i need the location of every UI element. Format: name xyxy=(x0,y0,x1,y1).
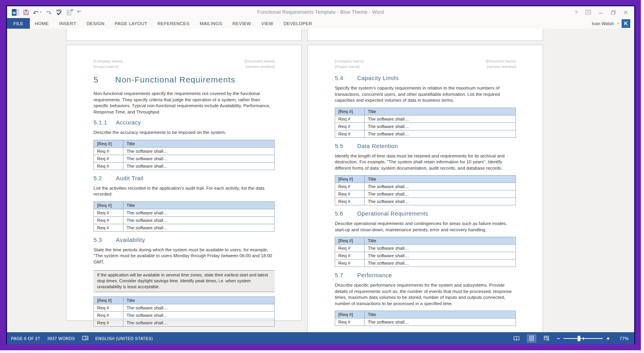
restore-icon[interactable] xyxy=(611,10,616,15)
requirements-table: [Req #]TitleReq #The software shall…Req … xyxy=(94,140,275,170)
header-company: [Company Name] xyxy=(335,59,364,64)
section-heading: 5.3Availability xyxy=(94,236,275,243)
table-row: Req #The software shall… xyxy=(335,190,516,198)
zoom-controls: − + xyxy=(557,336,610,341)
customize-qat-icon[interactable] xyxy=(77,8,81,16)
table-row: Req #The software shall… xyxy=(94,312,275,319)
redo-icon[interactable] xyxy=(46,8,51,16)
table-header-row: [Req #]Title xyxy=(94,140,275,147)
section-body: Identify the length of time data must be… xyxy=(335,153,516,172)
read-mode-button[interactable] xyxy=(512,334,521,343)
table-row: Req #The software shall… xyxy=(335,318,516,326)
guidance-note: If the application will be available in … xyxy=(94,270,275,292)
zoom-in-button[interactable]: + xyxy=(606,336,610,341)
zoom-level[interactable]: 77% xyxy=(615,336,629,341)
minimize-icon[interactable] xyxy=(599,10,603,14)
table-cell-title: The software shall… xyxy=(365,183,516,190)
zoom-slider[interactable] xyxy=(563,336,603,341)
table-row: Req #The software shall… xyxy=(94,216,275,224)
quick-access-toolbar: W ▾ ABC xyxy=(7,8,81,16)
window-controls: ? xyxy=(575,9,634,15)
table-header-cell-req: [Req #] xyxy=(94,201,123,209)
tab-review[interactable]: REVIEW xyxy=(228,18,256,29)
undo-dropdown-caret[interactable]: ▾ xyxy=(40,11,42,14)
table-cell-title: The software shall… xyxy=(365,190,516,198)
page-header: [Company Name] [Project Name] [Document … xyxy=(94,59,275,70)
tab-insert[interactable]: INSERT xyxy=(54,18,81,29)
document-page-right[interactable]: [Company Name] [Project Name] [Document … xyxy=(307,45,543,332)
document-canvas[interactable]: [Company Name] [Project Name] [Document … xyxy=(7,29,634,332)
ribbon-tabs: FILEHOMEINSERTDESIGNPAGE LAYOUTREFERENCE… xyxy=(7,18,317,29)
table-header-cell-title: Title xyxy=(123,140,275,147)
table-cell-title: The software shall… xyxy=(365,198,516,205)
word-logo-icon[interactable]: W xyxy=(12,8,19,16)
table-row: Req #The software shall… xyxy=(335,123,516,130)
section-number: 5.4 xyxy=(335,75,357,82)
close-icon[interactable] xyxy=(624,10,628,15)
tab-file[interactable]: FILE xyxy=(7,18,30,29)
header-version: [Version Number] xyxy=(486,64,516,70)
chapter-heading: 5 Non-Functional Requirements xyxy=(94,75,275,84)
table-cell-req: Req # xyxy=(335,190,365,198)
account-area[interactable]: Ivan Walsh ▾ K xyxy=(592,18,634,29)
table-cell-title: The software shall… xyxy=(123,147,275,155)
page-indicator[interactable]: PAGE 6 OF 27 xyxy=(11,336,40,341)
zoom-out-button[interactable]: − xyxy=(557,336,560,341)
section-number: 5.1.1 xyxy=(94,119,116,126)
web-layout-button[interactable] xyxy=(542,334,551,343)
chapter-number: 5 xyxy=(94,75,115,84)
header-project: [Project Name] xyxy=(94,64,123,70)
word-count[interactable]: 3937 WORDS xyxy=(47,336,75,341)
previous-page-edge-left xyxy=(66,29,302,41)
section-body: Describe specific performance requiremen… xyxy=(335,282,516,307)
table-header-cell-req: [Req #] xyxy=(335,108,365,115)
section-title: Capacity Limits xyxy=(357,75,399,82)
tab-references[interactable]: REFERENCES xyxy=(152,18,195,29)
tab-design[interactable]: DESIGN xyxy=(81,18,110,29)
save-icon[interactable] xyxy=(23,8,29,16)
table-cell-req: Req # xyxy=(94,162,123,170)
table-row: Req #The software shall… xyxy=(94,224,275,231)
tab-view[interactable]: VIEW xyxy=(256,18,279,29)
update-field-icon[interactable] xyxy=(66,8,73,16)
help-icon[interactable]: ? xyxy=(575,9,578,15)
account-name[interactable]: Ivan Walsh xyxy=(592,21,614,26)
spelling-check-icon[interactable]: ABC xyxy=(55,8,62,16)
table-row: Req #The software shall… xyxy=(335,183,516,190)
tab-developer[interactable]: DEVELOPER xyxy=(278,18,317,29)
table-header-row: [Req #]Title xyxy=(335,108,516,115)
section-heading: 5.6Operational Requirements xyxy=(335,210,516,217)
tab-home[interactable]: HOME xyxy=(30,18,54,29)
requirements-table: [Req #]TitleReq #The software shall… xyxy=(335,311,516,326)
table-header-cell-title: Title xyxy=(123,297,275,304)
table-header-cell-req: [Req #] xyxy=(335,176,365,183)
section-heading: 5.1.1Accuracy xyxy=(94,119,275,126)
section-body: Describe operational requirements and co… xyxy=(335,221,516,233)
sections-left: 5.1.1AccuracyDescribe the accuracy requi… xyxy=(94,119,275,327)
proofing-status-icon[interactable] xyxy=(82,336,88,341)
status-bar: PAGE 6 OF 27 3937 WORDS ENGLISH (UNITED … xyxy=(7,332,634,344)
table-cell-title: The software shall… xyxy=(365,115,516,123)
table-header-cell-title: Title xyxy=(365,176,516,183)
table-cell-req: Req # xyxy=(335,130,365,137)
undo-icon[interactable]: ▾ xyxy=(33,8,42,16)
table-cell-title: The software shall… xyxy=(123,319,275,327)
table-header-row: [Req #]Title xyxy=(335,237,516,245)
language-indicator[interactable]: ENGLISH (UNITED STATES) xyxy=(95,336,153,341)
document-page-left[interactable]: [Company Name] [Project Name] [Document … xyxy=(66,45,302,321)
table-cell-title: The software shall… xyxy=(365,252,516,260)
zoom-slider-handle[interactable] xyxy=(578,336,580,341)
avatar[interactable]: K xyxy=(622,19,630,28)
ribbon-display-options-icon[interactable] xyxy=(585,10,591,15)
section-body: State the time periods during which the … xyxy=(94,247,275,265)
tab-mailings[interactable]: MAILINGS xyxy=(194,18,227,29)
section-title: Operational Requirements xyxy=(357,210,428,217)
table-row: Req #The software shall… xyxy=(335,260,516,267)
account-dropdown-caret[interactable]: ▾ xyxy=(617,22,619,25)
table-cell-req: Req # xyxy=(94,209,123,216)
table-row: Req #The software shall… xyxy=(335,245,516,252)
tab-page-layout[interactable]: PAGE LAYOUT xyxy=(110,18,152,29)
section-number: 5.3 xyxy=(94,236,116,243)
section-number: 5.7 xyxy=(335,272,357,279)
print-layout-button[interactable] xyxy=(527,334,536,343)
